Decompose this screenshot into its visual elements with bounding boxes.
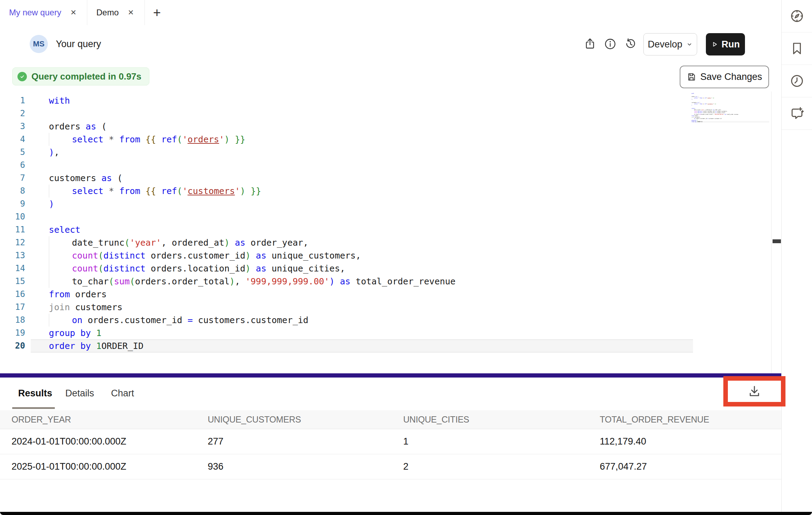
line-content: order by 1ORDER_ID: [31, 339, 143, 352]
table-cell: 2: [403, 461, 600, 472]
table-cell: 277: [208, 436, 403, 447]
develop-label: Develop: [648, 39, 682, 50]
tab-bar: My new query ✕ Demo ✕ +: [0, 0, 781, 25]
save-label: Save Changes: [700, 72, 762, 82]
code-line-18[interactable]: 18on orders.customer_id = customers.cust…: [0, 314, 771, 327]
line-number: 5: [0, 146, 31, 159]
sidebar-item-bookmarks[interactable]: [782, 32, 812, 65]
line-content: to_char(sum(orders.order_total), '999,99…: [31, 275, 456, 288]
table-cell: 1: [403, 436, 600, 447]
history-icon[interactable]: [623, 37, 637, 51]
column-header: TOTAL_ORDER_REVENUE: [600, 415, 781, 425]
new-tab-button[interactable]: +: [145, 0, 169, 25]
download-annotation-box: [723, 376, 785, 406]
status-text: Query completed in 0.97s: [31, 71, 141, 82]
line-number: 17: [0, 301, 31, 314]
column-header: UNIQUE_CUSTOMERS: [208, 415, 403, 425]
line-number: 20: [0, 339, 31, 352]
panel-splitter[interactable]: [0, 373, 781, 378]
line-content: ),: [31, 146, 59, 159]
line-content: select: [31, 223, 80, 236]
save-changes-button[interactable]: Save Changes: [680, 66, 769, 88]
sql-ide-window: My new query ✕ Demo ✕ + MS Your query De…: [0, 0, 812, 515]
table-cell: 677,047.27: [600, 461, 781, 472]
chevron-down-icon: [686, 41, 693, 48]
code-line-16[interactable]: 16from orders: [0, 288, 771, 301]
results-table-header: ORDER_YEARUNIQUE_CUSTOMERSUNIQUE_CITIEST…: [0, 410, 781, 429]
sidebar-item-ai-assistant[interactable]: [782, 97, 812, 130]
table-cell: 936: [208, 461, 403, 472]
line-content: [31, 159, 49, 172]
code-line-13[interactable]: 13count(distinct orders.customer_id) as …: [0, 249, 771, 262]
table-cell: 2025-01-01T00:00:00.000Z: [12, 461, 208, 472]
tab-label: Demo: [96, 8, 119, 17]
line-number: 2: [0, 107, 31, 120]
line-number: 10: [0, 210, 31, 223]
active-tab-indicator: [12, 407, 55, 409]
line-number: 19: [0, 327, 31, 339]
code-line-12[interactable]: 12date_trunc('year', ordered_at) as orde…: [0, 236, 771, 249]
tab-my-new-query[interactable]: My new query ✕: [0, 0, 87, 25]
tab-demo[interactable]: Demo ✕: [87, 0, 145, 25]
check-circle-icon: [17, 72, 27, 81]
line-number: 3: [0, 120, 31, 133]
line-content: group by 1: [31, 327, 102, 339]
info-icon[interactable]: [603, 37, 617, 51]
results-panel: Results Details Chart ORDER_YEARUNIQUE_C…: [0, 378, 781, 512]
line-content: select * from {{ ref('customers') }}: [689, 103, 716, 105]
code-line-5[interactable]: 5),: [0, 146, 771, 159]
page-title: Your query: [56, 25, 101, 63]
line-number: 9: [0, 197, 31, 210]
line-content: ): [31, 197, 54, 210]
code-line-20[interactable]: 20order by 1ORDER_ID: [0, 339, 771, 352]
window-bottom-edge: [0, 512, 812, 515]
code-line-2[interactable]: 2: [0, 107, 771, 120]
line-number: 11: [0, 223, 31, 236]
code-line-15[interactable]: 15to_char(sum(orders.order_total), '999,…: [0, 275, 771, 288]
table-cell: 2024-01-01T00:00:00.000Z: [12, 436, 208, 447]
sql-editor[interactable]: 1with23orders as (4select * from {{ ref(…: [0, 94, 771, 352]
editor-region: Query completed in 0.97s Save Changes 1w…: [0, 63, 781, 373]
code-line-20[interactable]: 20order by 1ORDER_ID: [689, 121, 750, 122]
line-content: orders as (: [31, 120, 107, 133]
line-number: 13: [0, 249, 31, 262]
run-button[interactable]: Run: [706, 33, 745, 55]
line-number: 18: [0, 314, 31, 327]
scrollbar-thumb[interactable]: [773, 239, 781, 243]
code-line-4[interactable]: 4select * from {{ ref('orders') }}: [0, 133, 771, 146]
code-line-19[interactable]: 19group by 1: [0, 327, 771, 339]
line-number: 6: [0, 159, 31, 172]
line-number: 16: [0, 288, 31, 301]
develop-dropdown[interactable]: Develop: [643, 33, 697, 55]
code-line-3[interactable]: 3orders as (: [0, 120, 771, 133]
line-content: [31, 107, 49, 120]
code-line-14[interactable]: 14count(distinct orders.location_id) as …: [0, 262, 771, 275]
minimap[interactable]: 1with23orders as (4select * from {{ ref(…: [689, 93, 770, 138]
share-icon[interactable]: [583, 37, 597, 51]
code-line-1[interactable]: 1with: [0, 94, 771, 107]
sidebar-item-history[interactable]: [782, 65, 812, 97]
query-header: MS Your query Develop Run: [0, 25, 781, 63]
code-line-11[interactable]: 11select: [0, 223, 771, 236]
code-line-7[interactable]: 7customers as (: [0, 172, 771, 185]
sidebar-item-explore[interactable]: [782, 0, 812, 32]
tab-results[interactable]: Results: [18, 388, 52, 399]
code-line-8[interactable]: 8select * from {{ ref('customers') }}: [0, 185, 771, 197]
editor-scrollbar[interactable]: [771, 91, 782, 373]
code-line-17[interactable]: 17join customers: [0, 301, 771, 314]
line-number: 15: [0, 275, 31, 288]
column-header: UNIQUE_CITIES: [403, 415, 600, 425]
code-line-6[interactable]: 6: [0, 159, 771, 172]
line-content: [31, 210, 49, 223]
close-tab-icon[interactable]: ✕: [128, 8, 134, 17]
code-line-9[interactable]: 9): [0, 197, 771, 210]
code-line-10[interactable]: 10: [0, 210, 771, 223]
tab-chart[interactable]: Chart: [111, 388, 134, 399]
line-content: order by 1ORDER_ID: [689, 121, 702, 122]
tab-details[interactable]: Details: [65, 388, 94, 399]
line-number: 14: [0, 262, 31, 275]
line-content: customers as (: [31, 172, 123, 185]
line-number: 7: [0, 172, 31, 185]
download-icon[interactable]: [748, 385, 761, 398]
close-tab-icon[interactable]: ✕: [70, 8, 76, 17]
